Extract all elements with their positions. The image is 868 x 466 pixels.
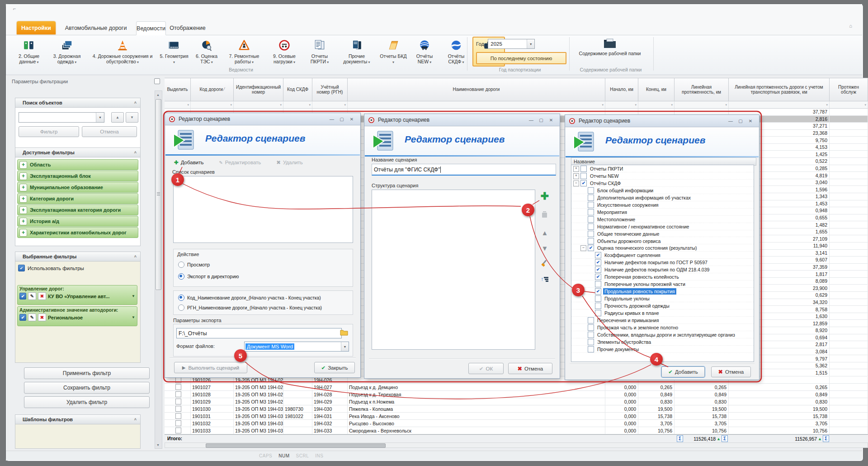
- radio-selected-icon[interactable]: [178, 295, 184, 301]
- close-icon[interactable]: ✕: [546, 118, 556, 123]
- tree-item-1[interactable]: +Отчеты NEW: [571, 172, 754, 180]
- tree-item-23[interactable]: Собственники, владельцы дороги и эксплуа…: [571, 331, 754, 338]
- tree-item-5[interactable]: Искусственные сооружения: [571, 201, 754, 209]
- selected-filters-header[interactable]: Выбранные фильтры ˄: [15, 252, 140, 262]
- column-header-2[interactable]: Идентификационный номер: [234, 78, 283, 101]
- delete-scenario-button[interactable]: ✖ Удалить: [276, 159, 303, 166]
- checkbox-icon[interactable]: [595, 303, 601, 309]
- tree-item-11[interactable]: −✔Оценка технического состояния (результ…: [571, 244, 754, 252]
- column-header-10[interactable]: Протяжен обслуж: [830, 78, 868, 101]
- collapse-icon[interactable]: −: [573, 181, 579, 186]
- ribbon-button-general-data[interactable]: 2. Общие данные ▾: [11, 37, 47, 67]
- browse-folder-icon[interactable]: [340, 329, 348, 336]
- checked-checkbox-icon[interactable]: ✔: [580, 180, 587, 186]
- cancel-filter-button[interactable]: Отмена: [82, 126, 137, 137]
- checkbox-icon[interactable]: [175, 420, 181, 426]
- available-filters-header[interactable]: Доступные фильтры ˄: [15, 148, 140, 157]
- pencil-icon[interactable]: ✎: [28, 292, 36, 300]
- filter-cell-8[interactable]: ▾: [675, 101, 729, 109]
- table-row[interactable]: 190102719-205 ОП М3 19Н-02719Н-027Подъез…: [165, 384, 868, 391]
- collapse-icon[interactable]: ˄: [134, 254, 137, 259]
- checkbox-icon[interactable]: [588, 346, 594, 352]
- column-header-8[interactable]: Линейная протяженность, км: [675, 78, 729, 101]
- chevron-down-icon[interactable]: ▼: [341, 342, 349, 351]
- checkbox-icon[interactable]: [175, 391, 181, 397]
- column-header-3[interactable]: Код СКДФ: [283, 78, 312, 101]
- add-scenario-button[interactable]: ✚ Добавить: [174, 159, 203, 166]
- column-header-4[interactable]: Учётный номер (РГН): [312, 78, 348, 101]
- filter-cell-9[interactable]: ▾: [729, 101, 830, 109]
- checked-checkbox-icon[interactable]: ✔: [595, 274, 601, 280]
- tree-item-8[interactable]: Нормативное / ненормативное состояние: [571, 223, 754, 230]
- year-select[interactable]: 2025 ▼: [488, 39, 535, 49]
- radio-code-naming[interactable]: Код_Наименование дороги_(Начало участка …: [178, 295, 321, 301]
- table-row[interactable]: 190103219-205 ОП М3 19Н-03219Н-032Рысцов…: [165, 420, 868, 427]
- checkbox-icon[interactable]: [580, 173, 587, 179]
- ribbon-collapse-icon[interactable]: ⌂: [849, 23, 852, 29]
- apply-filter-button[interactable]: Применить фильтр: [24, 367, 150, 379]
- minimize-icon[interactable]: —: [726, 119, 736, 124]
- ribbon-button-road-structures[interactable]: 4. Дорожные сооружения и обустройство ▾: [87, 37, 158, 67]
- chevron-down-icon[interactable]: ▼: [132, 315, 135, 319]
- checkbox-icon[interactable]: [588, 332, 594, 338]
- chevron-down-icon[interactable]: ▼: [527, 39, 534, 48]
- table-row[interactable]: 190103119-205 ОП М3 19Н-031198102219Н-03…: [165, 413, 868, 420]
- edit-scenario-button[interactable]: ✎ Редактировать: [219, 159, 261, 166]
- save-filter-button[interactable]: Сохранить фильтр: [24, 382, 150, 394]
- report-tree[interactable]: +Отчеты ПКРТИ+Отчеты NEW−✔Отчёты СКДФБло…: [571, 165, 754, 362]
- scrollbar-thumb[interactable]: [156, 99, 161, 290]
- tree-item-6[interactable]: Мероприятия: [571, 209, 754, 216]
- tree-item-21[interactable]: Пересечения и примыкания: [571, 317, 754, 324]
- filter-cell-2[interactable]: ▾: [234, 101, 283, 109]
- sidebar-scrollbar[interactable]: ▲ ▼: [155, 90, 162, 449]
- checkbox-icon[interactable]: [595, 310, 601, 316]
- export-path-input[interactable]: F:\_Отчёты: [176, 328, 342, 338]
- tree-item-17[interactable]: ✔Продольная ровность покрытия: [571, 288, 754, 295]
- checkbox-icon[interactable]: [588, 231, 594, 237]
- column-header-6[interactable]: Начало, км: [605, 78, 638, 101]
- column-header-5[interactable]: Наименование дороги: [348, 78, 605, 101]
- pencil-icon[interactable]: ✎: [28, 314, 36, 321]
- filter-cell-1[interactable]: ▾: [191, 101, 234, 109]
- filter-cell-7[interactable]: ▾: [638, 101, 675, 109]
- ribbon-button-tes-assessment[interactable]: 6. Оценка ТЭС ▾: [190, 37, 223, 67]
- table-row[interactable]: 190103019-205 ОП М3 19Н-030198073019Н-03…: [165, 405, 868, 413]
- table-filter-row[interactable]: ▾▾▾▾▾▾▾▾▾▾▾: [165, 101, 868, 109]
- tree-item-9[interactable]: Общие технические данные: [571, 230, 754, 238]
- run-scenario-button[interactable]: ▶ Выполнить сценарий: [174, 362, 247, 373]
- checkbox-icon[interactable]: [175, 399, 181, 404]
- ok-button[interactable]: ✔ ОК: [468, 363, 504, 374]
- radio-icon[interactable]: [178, 304, 184, 311]
- filter-button[interactable]: Фильтр: [19, 126, 79, 137]
- checkbox-icon[interactable]: [175, 377, 181, 383]
- checkbox-icon[interactable]: [588, 339, 594, 345]
- column-header-0[interactable]: Выделить: [165, 78, 191, 101]
- dialog-titlebar[interactable]: Редактор сценариев — ▢ ✕: [165, 113, 360, 125]
- app-menu-icon[interactable]: ⌐: [13, 6, 16, 11]
- checked-checkbox-icon[interactable]: ✔: [588, 245, 594, 251]
- filter-cell-3[interactable]: ▾: [283, 101, 312, 109]
- tab-settings[interactable]: Настройки: [17, 21, 56, 34]
- add-node-button[interactable]: ✚: [538, 190, 552, 203]
- workfolder-button[interactable]: Содержимое рабочей папки: [575, 37, 645, 67]
- checkbox-icon[interactable]: [588, 209, 594, 215]
- checkbox-icon[interactable]: [175, 384, 181, 390]
- checkbox-icon[interactable]: [588, 216, 594, 223]
- search-prev-button[interactable]: ▲: [111, 112, 124, 123]
- maximize-icon[interactable]: ▢: [736, 119, 745, 124]
- minimize-icon[interactable]: —: [526, 118, 536, 123]
- filter-cell-5[interactable]: ▾: [348, 101, 605, 109]
- delete-node-button[interactable]: [538, 208, 552, 221]
- chevron-down-icon[interactable]: ▼: [96, 113, 104, 122]
- filter-cell-10[interactable]: ▾: [830, 101, 868, 109]
- filter-item-3[interactable]: +Категория дороги: [17, 193, 138, 204]
- ribbon-button-pkrti-reports[interactable]: Отчеты ПКРТИ ▾: [304, 37, 335, 67]
- scrollbar-thumb[interactable]: [206, 443, 386, 448]
- filter-cell-0[interactable]: ▾: [165, 101, 191, 109]
- dialog-titlebar[interactable]: Редактор сценариев — ▢ ✕: [364, 114, 560, 126]
- tree-item-0[interactable]: +Отчеты ПКРТИ: [571, 165, 754, 172]
- use-filters-row[interactable]: ✔ Использовать фильтры: [18, 265, 84, 271]
- ribbon-button-bkd-reports[interactable]: Отчеты БКД ▾: [378, 37, 409, 67]
- filter-cell-4[interactable]: ▾: [312, 101, 348, 109]
- cancel-button[interactable]: ✖ Отмена: [508, 363, 552, 374]
